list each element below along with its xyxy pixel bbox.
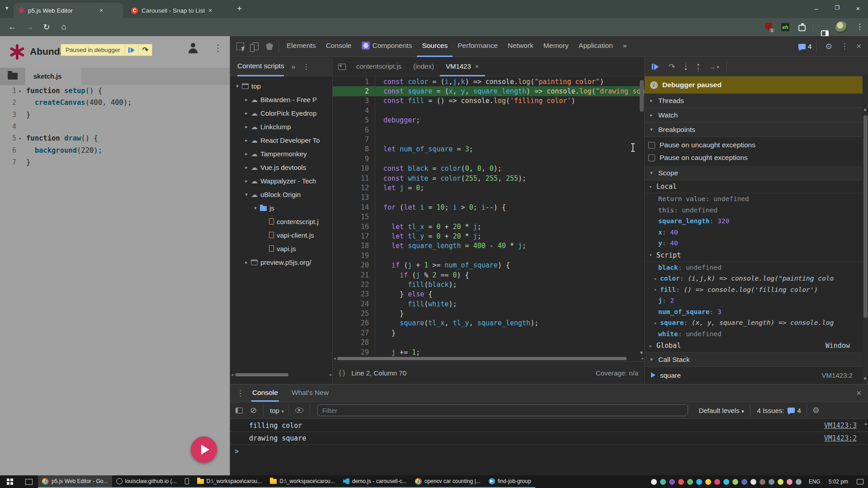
step-over-icon[interactable]: ↷ [669, 65, 675, 69]
context-selector[interactable]: top ▾ [270, 407, 284, 414]
section-breakpoints[interactable]: ▾Breakpoints [645, 122, 868, 137]
scroll-down-icon[interactable]: ▼ [863, 376, 867, 381]
taskbar-app-phone[interactable] [181, 475, 193, 488]
scroll-up-icon[interactable]: ▲ [865, 421, 867, 426]
tab-close-icon[interactable]: × [475, 62, 479, 70]
line-number[interactable]: 29 [333, 348, 375, 357]
tree-caret-icon[interactable]: ▸ [243, 110, 250, 116]
line-number[interactable]: 24 [333, 300, 375, 308]
tree-item-vue-js-devtools[interactable]: ▸☁Vue.js devtools [230, 160, 332, 174]
tree-item-linkclump[interactable]: ▸☁Linkclump [230, 120, 332, 133]
language-indicator[interactable]: ENG [809, 479, 821, 485]
taskbar-app-vscode[interactable]: demo.js - carousell-c... [339, 475, 411, 488]
line-number[interactable]: 4 [333, 107, 375, 115]
chrome-menu-icon[interactable]: ⋮ [856, 22, 863, 32]
action-center-icon[interactable] [857, 479, 863, 484]
step-out-icon[interactable]: ●↑ [697, 62, 700, 71]
line-number[interactable]: 14 [333, 203, 375, 211]
tree-item-vapi-js[interactable]: vapi.js [230, 242, 332, 255]
message-source-link[interactable]: VM1423:3 [824, 422, 857, 430]
section-scope[interactable]: ▾Scope [645, 166, 868, 180]
line-number[interactable]: 12 [333, 184, 375, 192]
line-number[interactable]: 1 [333, 78, 375, 86]
tray-icon[interactable] [723, 479, 729, 485]
tray-icon[interactable] [669, 479, 675, 485]
devtools-close-icon[interactable]: × [856, 42, 861, 51]
tray-icon[interactable] [732, 479, 738, 485]
device-toolbar-icon[interactable] [252, 42, 259, 50]
tree-item-top[interactable]: ▾top [230, 79, 332, 93]
home-icon[interactable]: ⌂ [55, 22, 72, 32]
issues-link[interactable]: 4 Issues: 4 [757, 407, 801, 414]
task-view-icon[interactable] [25, 479, 33, 485]
play-button[interactable] [191, 436, 217, 463]
tray-icon[interactable] [787, 479, 793, 485]
console-filter-input[interactable]: Filter [317, 404, 688, 416]
line-number[interactable]: 25 [333, 310, 375, 318]
banner-resume-button[interactable] [125, 44, 138, 56]
editor-tab-index[interactable]: (index) [407, 57, 440, 76]
source-code[interactable]: 1const color = (i,j,k) => console.log("p… [333, 77, 645, 361]
tray-icon[interactable] [687, 479, 693, 485]
line-number[interactable]: 5 [333, 116, 375, 124]
clear-console-icon[interactable]: ⊘ [250, 405, 257, 415]
drawer-menu-icon[interactable]: ⋮ [236, 389, 244, 398]
extensions-puzzle-icon[interactable] [798, 25, 806, 31]
checkbox[interactable] [648, 142, 655, 149]
profile-avatar[interactable] [835, 21, 847, 33]
window-restore-button[interactable]: ❐ [828, 5, 846, 11]
tree-item-preview-p5js-org-[interactable]: ▸preview.p5js.org/ [230, 255, 332, 269]
tree-item-bitwarden-free-p[interactable]: ▸☁Bitwarden - Free P [230, 93, 332, 106]
tree-caret-icon[interactable]: ▸ [243, 151, 250, 157]
line-number[interactable]: 15 [333, 213, 375, 221]
tray-icon[interactable] [651, 479, 657, 485]
tray-icon[interactable] [778, 479, 783, 485]
console-sidebar-icon[interactable] [236, 408, 243, 413]
new-tab-button[interactable]: + [237, 4, 242, 14]
ublock-extension-icon[interactable]: 1 [765, 23, 772, 31]
tree-caret-icon[interactable]: ▸ [243, 178, 250, 184]
scope-var-color[interactable]: ▸color: (i,j,k) => console.log("painting… [645, 273, 868, 284]
scope-section-script[interactable]: ▾Script [645, 249, 868, 262]
tray-icon[interactable] [741, 479, 747, 485]
tray-icon[interactable] [714, 479, 720, 485]
frame-location[interactable]: VM1423:2 [822, 371, 853, 379]
tab-close-icon[interactable]: × [208, 7, 212, 14]
checkbox[interactable] [648, 155, 655, 161]
line-number[interactable]: 2 [333, 87, 375, 95]
scope-section-global[interactable]: ▸GlobalWindow [645, 339, 868, 352]
line-number[interactable]: 22 [333, 281, 375, 289]
taskbar-app-chrome[interactable]: opencv car counting |... [411, 475, 485, 488]
step-icon[interactable]: →● [709, 65, 719, 69]
debugger-scrollbar-thumb[interactable] [863, 115, 868, 318]
issues-counter[interactable]: 4 [798, 42, 811, 50]
more-tabs-icon[interactable]: » [291, 63, 295, 71]
scope-section-local[interactable]: ▾Local [645, 180, 868, 193]
taskbar-app-folder[interactable]: D:\_workspace\carou... [193, 475, 266, 488]
tree-caret-icon[interactable]: ▾ [234, 83, 241, 89]
message-source-link[interactable]: VM1423:2 [824, 434, 857, 442]
expand-caret-icon[interactable]: ▸ [651, 320, 660, 325]
line-number[interactable]: 6 [333, 126, 375, 134]
hide-navigator-icon[interactable] [338, 64, 346, 70]
line-number[interactable]: 20 [333, 261, 375, 269]
console-settings-icon[interactable]: ⚙ [812, 405, 820, 415]
line-number[interactable]: 13 [333, 193, 375, 202]
scope-var-square[interactable]: ▸square: (x, y, square_length) => consol… [645, 317, 868, 328]
tray-icon[interactable] [705, 479, 711, 485]
line-number[interactable]: 9 [333, 155, 375, 163]
live-expression-eye-icon[interactable] [295, 408, 303, 413]
reload-icon[interactable]: ↻ [38, 22, 55, 32]
browser-tab-p5[interactable]: p5.js Web Editor × [14, 3, 123, 18]
console-prompt[interactable]: > [230, 445, 868, 458]
section-watch[interactable]: ▸Watch [645, 108, 868, 122]
start-button[interactable] [0, 475, 20, 488]
tree-item-vapi-client-js[interactable]: vapi-client.js [230, 228, 332, 242]
line-number[interactable]: 26 [333, 319, 375, 327]
taskbar-app-globe[interactable]: louisclaw.github.io (... [112, 475, 181, 488]
clock[interactable]: 5:02 pm [829, 479, 848, 485]
window-minimize-button[interactable]: – [807, 5, 826, 12]
devtools-tab-sources[interactable]: Sources [417, 36, 453, 57]
drawer-tab-console[interactable]: Console [251, 385, 279, 402]
tree-caret-icon[interactable]: ▸ [243, 124, 250, 130]
